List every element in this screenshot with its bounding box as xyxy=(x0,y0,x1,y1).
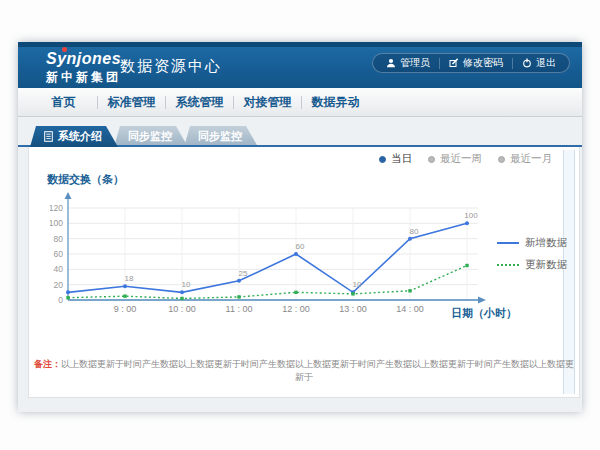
logo-red-dot-icon xyxy=(62,47,67,52)
logo-wordmark: Synjones xyxy=(46,50,121,68)
svg-text:10: 10 xyxy=(182,280,191,289)
tab-label: 同步监控 xyxy=(198,126,242,147)
logo-subtitle: 新中新集团 xyxy=(46,69,121,86)
svg-text:12 : 00: 12 : 00 xyxy=(282,304,310,314)
footnote: 备注：以上数据更新于时间产生数据以上数据更新于时间产生数据以上数据更新于时间产生… xyxy=(32,358,576,384)
svg-text:80: 80 xyxy=(54,234,64,244)
svg-text:100: 100 xyxy=(50,218,63,228)
app-header: Synjones 新中新集团 数据资源中心 管理员 xyxy=(18,42,582,88)
svg-text:11 : 00: 11 : 00 xyxy=(226,304,253,314)
legend-swatch xyxy=(497,264,519,266)
nav-item-3[interactable]: 对接管理 xyxy=(234,88,301,116)
change-password-button[interactable]: 修改密码 xyxy=(440,54,512,72)
svg-text:10: 10 xyxy=(353,280,362,289)
footnote-prefix: 备注： xyxy=(34,359,61,369)
nav-item-0[interactable]: 首页 xyxy=(30,88,97,116)
person-icon xyxy=(386,58,396,68)
legend-item-1[interactable]: 更新数据 xyxy=(497,254,567,276)
svg-text:13 : 00: 13 : 00 xyxy=(339,304,367,314)
filter-label: 当日 xyxy=(391,152,412,166)
svg-text:40: 40 xyxy=(54,264,64,274)
browser-page: Synjones 新中新集团 数据资源中心 管理员 xyxy=(18,42,582,412)
footnote-text: 以上数据更新于时间产生数据以上数据更新于时间产生数据以上数据更新于时间产生数据以… xyxy=(61,359,574,382)
filter-label: 最近一周 xyxy=(440,152,482,166)
filter-label: 最近一月 xyxy=(510,152,552,166)
svg-text:14 : 00: 14 : 00 xyxy=(396,304,424,314)
tab-0[interactable]: 系统介绍 xyxy=(30,126,118,147)
svg-text:100: 100 xyxy=(464,211,478,220)
edit-icon xyxy=(449,58,459,68)
tab-2[interactable]: 同步监控 xyxy=(184,126,258,147)
svg-text:18: 18 xyxy=(125,274,134,283)
tab-1[interactable]: 同步监控 xyxy=(114,126,188,147)
nav-item-4[interactable]: 数据异动 xyxy=(302,88,369,116)
radio-icon xyxy=(428,156,435,163)
svg-text:60: 60 xyxy=(296,242,305,251)
svg-text:25: 25 xyxy=(239,269,248,278)
brand-logo: Synjones 新中新集团 xyxy=(46,50,121,86)
x-tick-labels: 9 : 0010 : 0011 : 0012 : 0013 : 0014 : 0… xyxy=(114,304,424,314)
line-chart: 0204060801001209 : 0010 : 0011 : 0012 : … xyxy=(50,192,495,315)
nav-item-2[interactable]: 系统管理 xyxy=(166,88,233,116)
svg-text:120: 120 xyxy=(50,203,63,213)
page-title: 数据资源中心 xyxy=(120,57,222,76)
time-filter: 当日最近一周最近一月 xyxy=(379,152,552,166)
svg-text:60: 60 xyxy=(54,249,64,259)
legend-item-0[interactable]: 新增数据 xyxy=(497,232,567,254)
y-tick-labels: 020406080100120 xyxy=(50,203,63,305)
radio-icon xyxy=(379,156,386,163)
main-nav: 首页标准管理系统管理对接管理数据异动 xyxy=(18,88,582,117)
filter-option-1[interactable]: 最近一周 xyxy=(428,152,482,166)
svg-text:9 : 00: 9 : 00 xyxy=(114,304,137,314)
svg-text:80: 80 xyxy=(410,227,419,236)
user-menu: 管理员 修改密码 退出 xyxy=(372,53,570,73)
legend-swatch xyxy=(497,242,519,244)
desktop-background: Synjones 新中新集团 数据资源中心 管理员 xyxy=(0,0,600,450)
logout-button[interactable]: 退出 xyxy=(513,54,565,72)
svg-text:10 : 00: 10 : 00 xyxy=(168,304,196,314)
svg-text:20: 20 xyxy=(54,280,64,290)
nav-item-1[interactable]: 标准管理 xyxy=(98,88,165,116)
filter-option-0[interactable]: 当日 xyxy=(379,152,412,166)
chart-y-axis-title: 数据交换（条） xyxy=(47,172,124,187)
chart-x-axis-title: 日期（小时） xyxy=(451,306,517,321)
tab-label: 系统介绍 xyxy=(58,126,102,147)
filter-option-2[interactable]: 最近一月 xyxy=(498,152,552,166)
tab-label: 同步监控 xyxy=(128,126,172,147)
legend-label: 更新数据 xyxy=(525,258,567,272)
tab-bar: 系统介绍同步监控同步监控 xyxy=(30,126,254,147)
user-button[interactable]: 管理员 xyxy=(377,54,439,72)
chart-legend: 新增数据更新数据 xyxy=(497,232,567,276)
document-icon xyxy=(44,131,53,142)
header-top-strip xyxy=(18,42,582,47)
svg-text:0: 0 xyxy=(58,295,63,305)
radio-icon xyxy=(498,156,505,163)
power-icon xyxy=(522,58,532,68)
chart-area: 0204060801001209 : 0010 : 0011 : 0012 : … xyxy=(50,192,495,315)
legend-label: 新增数据 xyxy=(525,236,567,250)
